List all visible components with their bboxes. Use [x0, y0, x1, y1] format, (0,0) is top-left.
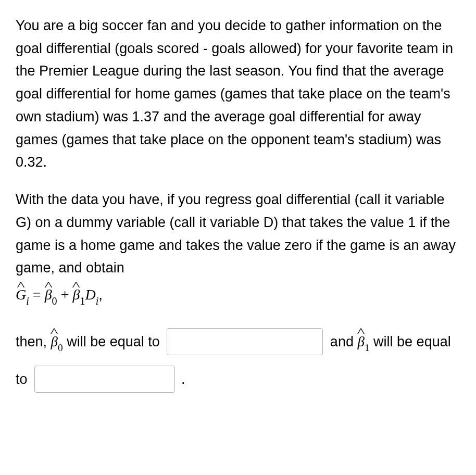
regression-equation: Gi = β0 + β1Di, [16, 283, 460, 308]
beta0-hat-symbol: β [45, 283, 52, 306]
answer-period: . [181, 371, 185, 387]
answer-section: then, β0 will be equal to and β1 will be… [16, 322, 460, 397]
answer-mid1: will be equal to [63, 334, 164, 349]
beta1-hat-symbol: β [72, 283, 80, 306]
beta0-input[interactable] [167, 328, 323, 355]
beta1-input[interactable] [34, 366, 175, 393]
paragraph1-text: You are a big soccer fan and you decide … [16, 18, 453, 170]
beta1-label: β1 [357, 334, 369, 349]
beta0-label: β0 [51, 334, 63, 349]
g-hat-symbol: G [16, 283, 26, 306]
answer-mid2: and [326, 334, 357, 349]
problem-paragraph-2: With the data you have, if you regress g… [16, 189, 460, 308]
problem-paragraph-1: You are a big soccer fan and you decide … [16, 15, 460, 174]
paragraph2-text: With the data you have, if you regress g… [16, 192, 456, 276]
answer-prefix: then, [16, 334, 51, 349]
